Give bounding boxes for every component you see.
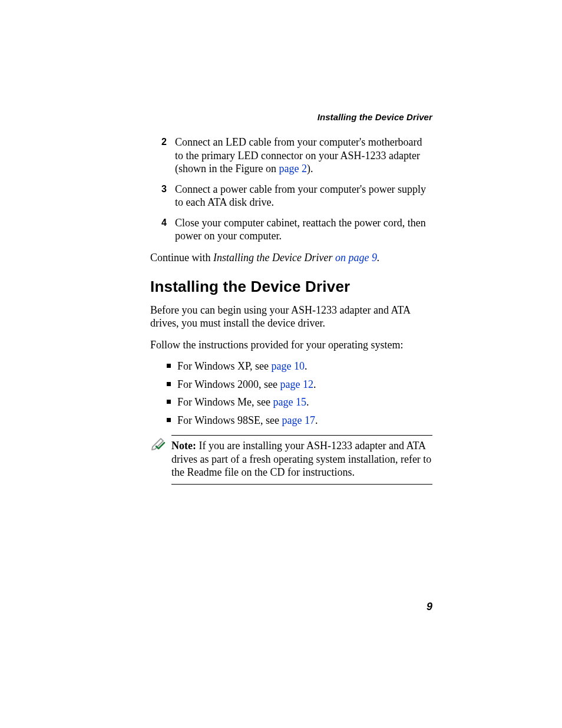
step-item: 4 Close your computer cabinet, reattach … bbox=[150, 216, 432, 243]
page-container: Installing the Device Driver 2 Connect a… bbox=[0, 0, 562, 728]
step-number: 2 bbox=[150, 136, 175, 176]
running-header: Installing the Device Driver bbox=[318, 112, 432, 122]
page-content: 2 Connect an LED cable from your compute… bbox=[150, 136, 432, 485]
continue-pre: Continue with bbox=[150, 252, 213, 263]
page-number: 9 bbox=[427, 601, 432, 613]
continue-post: . bbox=[377, 252, 380, 263]
step-text-post: ). bbox=[307, 163, 313, 174]
step-text: Connect an LED cable from your computer'… bbox=[175, 136, 432, 176]
step-text: Connect a power cable from your computer… bbox=[175, 183, 432, 209]
note-text: If you are installing your ASH-1233 adap… bbox=[171, 440, 431, 478]
page-link[interactable]: page 2 bbox=[279, 163, 306, 174]
list-item: For Windows XP, see page 10. bbox=[167, 360, 432, 373]
bullet-pre: For Windows 98SE, see bbox=[177, 414, 282, 426]
continue-italic-lead: Installing the Device Driver bbox=[213, 252, 335, 263]
note-body: Note: If you are installing your ASH-123… bbox=[171, 435, 432, 485]
os-bullet-list: For Windows XP, see page 10. For Windows… bbox=[150, 360, 432, 427]
step-text-pre: Connect a power cable from your computer… bbox=[175, 183, 426, 209]
step-item: 2 Connect an LED cable from your compute… bbox=[150, 136, 432, 176]
step-text-pre: Close your computer cabinet, reattach th… bbox=[175, 217, 426, 242]
page-link[interactable]: on page 9 bbox=[335, 252, 377, 263]
bullet-post: . bbox=[306, 396, 309, 408]
page-link[interactable]: page 10 bbox=[271, 360, 304, 372]
step-number: 3 bbox=[150, 183, 175, 209]
numbered-steps: 2 Connect an LED cable from your compute… bbox=[150, 136, 432, 243]
list-item: For Windows Me, see page 15. bbox=[167, 396, 432, 409]
page-link[interactable]: page 12 bbox=[280, 378, 313, 390]
step-number: 4 bbox=[150, 216, 175, 243]
bullet-pre: For Windows Me, see bbox=[177, 396, 273, 408]
follow-paragraph: Follow the instructions provided for you… bbox=[150, 338, 432, 352]
note-label: Note: bbox=[171, 440, 196, 452]
bullet-post: . bbox=[313, 378, 316, 390]
list-item: For Windows 98SE, see page 17. bbox=[167, 414, 432, 427]
continue-paragraph: Continue with Installing the Device Driv… bbox=[150, 251, 432, 265]
list-item: For Windows 2000, see page 12. bbox=[167, 378, 432, 391]
section-heading: Installing the Device Driver bbox=[150, 277, 432, 297]
bullet-pre: For Windows 2000, see bbox=[177, 378, 280, 390]
bullet-post: . bbox=[315, 414, 318, 426]
continue-italic: Installing the Device Driver on page 9. bbox=[213, 252, 379, 263]
step-text: Close your computer cabinet, reattach th… bbox=[175, 216, 432, 243]
pencil-check-icon bbox=[150, 435, 171, 456]
bullet-post: . bbox=[305, 360, 308, 372]
intro-paragraph: Before you can begin using your ASH-1233… bbox=[150, 304, 432, 330]
page-link[interactable]: page 17 bbox=[282, 414, 315, 426]
step-item: 3 Connect a power cable from your comput… bbox=[150, 183, 432, 209]
note-block: Note: If you are installing your ASH-123… bbox=[150, 435, 432, 485]
bullet-pre: For Windows XP, see bbox=[177, 360, 271, 372]
page-link[interactable]: page 15 bbox=[273, 396, 306, 408]
